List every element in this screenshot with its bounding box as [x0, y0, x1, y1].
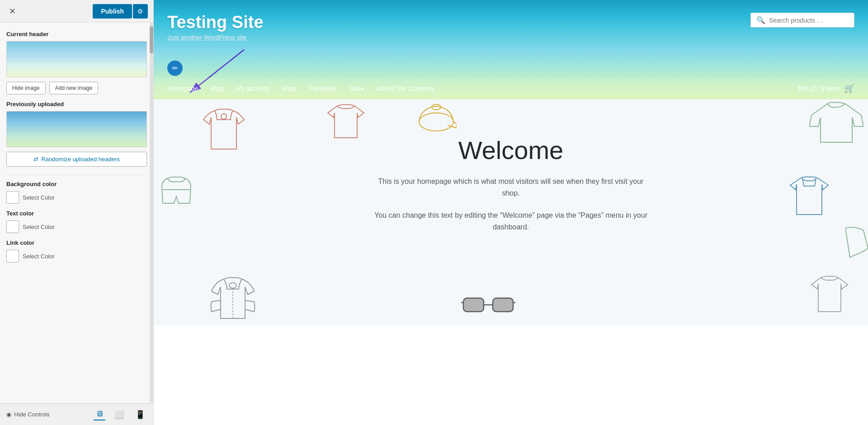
svg-rect-13 [493, 298, 513, 312]
tablet-icon-button[interactable]: ⬜ [113, 408, 126, 420]
nav-item-about[interactable]: About The Company [377, 85, 435, 92]
mobile-icon-button[interactable]: 📱 [133, 408, 147, 420]
nav-item-homepage[interactable]: Homepage [167, 85, 198, 92]
welcome-text2: You can change this text by editing the … [371, 210, 651, 233]
desktop-icon: 🖥 [95, 409, 104, 418]
cart-area[interactable]: $85.00 0 items 🛒 [797, 84, 854, 93]
previously-uploaded-section: Previously uploaded ⇄ Randomize uploaded… [6, 101, 147, 167]
link-color-title: Link color [6, 239, 147, 246]
welcome-section: Welcome This is your homepage which is w… [154, 99, 868, 325]
background-color-section: Background color Select Color [6, 181, 147, 204]
clothing-sunglasses [461, 294, 515, 320]
text-color-swatch[interactable] [6, 220, 19, 233]
pencil-icon: ✏ [172, 64, 178, 72]
clothing-tshirt-gray [809, 276, 850, 318]
link-color-row: Select Color [6, 250, 147, 262]
nav-item-myaccount[interactable]: My account [236, 85, 269, 92]
randomize-headers-button[interactable]: ⇄ Randomize uploaded headers [6, 152, 147, 167]
background-color-swatch[interactable] [6, 191, 19, 204]
panel-footer: ◉ Hide Controls 🖥 ⬜ 📱 [0, 403, 153, 425]
current-header-title: Current header [6, 31, 147, 37]
current-header-preview [6, 41, 147, 77]
hide-controls-icon: ◉ [6, 411, 11, 418]
tablet-icon: ⬜ [114, 410, 124, 419]
scroll-track [150, 23, 153, 402]
previously-uploaded-preview [6, 111, 147, 147]
device-icons: 🖥 ⬜ 📱 [94, 408, 147, 420]
svg-point-2 [221, 114, 226, 119]
hide-controls-button[interactable]: ◉ Hide Controls [6, 411, 50, 418]
link-color-swatch[interactable] [6, 250, 19, 262]
divider-1 [6, 175, 147, 175]
close-button[interactable]: ✕ [5, 5, 19, 18]
cart-icon: 🛒 [844, 84, 854, 93]
svg-rect-12 [463, 298, 484, 312]
cart-amount: $85.00 [797, 85, 817, 92]
desktop-icon-button[interactable]: 🖥 [94, 408, 105, 420]
cart-items: 0 items [821, 85, 841, 92]
publish-button[interactable]: Publish [93, 4, 132, 19]
hide-controls-label: Hide Controls [14, 411, 50, 418]
link-color-section: Link color Select Color [6, 239, 147, 262]
randomize-icon: ⇄ [33, 156, 38, 163]
text-color-title: Text color [6, 210, 147, 217]
nav-item-blog[interactable]: Blog [211, 85, 224, 92]
search-bar: 🔍 [750, 13, 854, 28]
add-new-image-button[interactable]: Add new image [49, 82, 99, 94]
randomize-label: Randomize uploaded headers [41, 156, 119, 163]
svg-point-6 [229, 283, 236, 288]
nav-item-facebook[interactable]: Facebook [309, 85, 336, 92]
text-color-section: Text color Select Color [6, 210, 147, 233]
background-color-row: Select Color [6, 191, 147, 204]
link-select-color-button[interactable]: Select Color [23, 253, 55, 260]
search-icon: 🔍 [756, 16, 765, 24]
welcome-title: Welcome [167, 135, 854, 165]
site-tagline: Just another WordPress site [167, 34, 854, 41]
nav-item-shop[interactable]: Shop [281, 85, 296, 92]
background-select-color-button[interactable]: Select Color [23, 194, 55, 201]
text-color-row: Select Color [6, 220, 147, 233]
pencil-edit-button[interactable]: ✏ [167, 61, 183, 76]
scroll-thumb[interactable] [150, 26, 153, 53]
site-preview: Testing Site Just another WordPress site… [154, 0, 868, 425]
text-select-color-button[interactable]: Select Color [23, 224, 55, 230]
search-input[interactable] [769, 17, 849, 24]
previously-uploaded-title: Previously uploaded [6, 101, 147, 107]
publish-area: Publish ⚙ [93, 4, 148, 19]
site-header: Testing Site Just another WordPress site… [154, 0, 868, 99]
hide-image-button[interactable]: Hide image [6, 82, 46, 94]
welcome-text1: This is your homepage which is what most… [371, 176, 651, 199]
panel-header: ✕ Publish ⚙ [0, 0, 153, 23]
settings-gear-button[interactable]: ⚙ [133, 4, 148, 19]
clothing-hoodie-gray [208, 276, 258, 327]
mobile-icon: 📱 [135, 410, 145, 419]
background-color-title: Background color [6, 181, 147, 187]
panel-content: Current header Hide image Add new image … [0, 23, 153, 403]
site-navigation: Homepage Blog My account Shop Facebook S… [154, 78, 868, 99]
image-action-row: Hide image Add new image [6, 82, 147, 94]
welcome-content: Welcome This is your homepage which is w… [167, 126, 854, 233]
customizer-panel: ✕ Publish ⚙ Current header Hide image Ad… [0, 0, 154, 425]
nav-item-store[interactable]: Store [349, 85, 364, 92]
